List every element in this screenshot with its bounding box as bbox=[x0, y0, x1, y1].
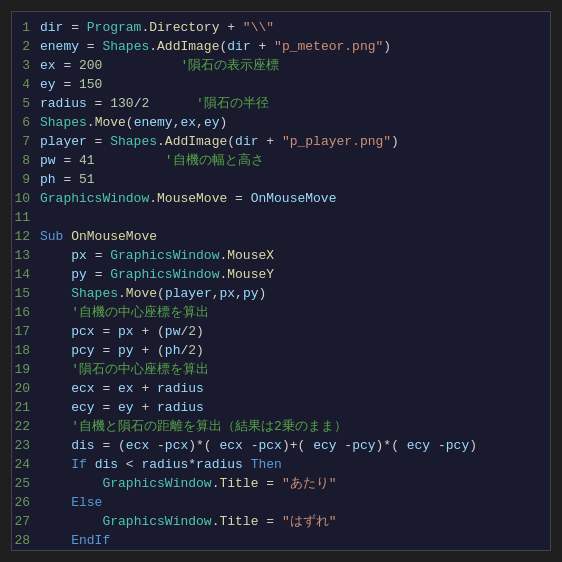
code-line: 7player = Shapes.AddImage(dir + "p_playe… bbox=[12, 132, 550, 151]
token-op bbox=[40, 419, 71, 434]
token-op: = bbox=[56, 58, 79, 73]
token-obj: Shapes bbox=[102, 39, 149, 54]
token-prop: MouseMove bbox=[157, 191, 227, 206]
token-var: px bbox=[118, 324, 134, 339]
token-op: + bbox=[134, 400, 157, 415]
line-content: dis = (ecx -pcx)*( ecx -pcx)+( ecy -pcy)… bbox=[40, 436, 477, 455]
code-line: 19 '隕石の中心座標を算出 bbox=[12, 360, 550, 379]
line-content: radius = 130/2 '隕石の半径 bbox=[40, 94, 269, 113]
line-content: Shapes.Move(enemy,ex,ey) bbox=[40, 113, 227, 132]
token-prop: Title bbox=[219, 514, 258, 529]
line-content: Else bbox=[40, 493, 102, 512]
code-line: 12Sub OnMouseMove bbox=[12, 227, 550, 246]
token-var: radius bbox=[141, 457, 188, 472]
token-comment: '自機と隕石の距離を算出（結果は2乗のまま） bbox=[71, 419, 347, 434]
line-content: '自機と隕石の距離を算出（結果は2乗のまま） bbox=[40, 417, 347, 436]
token-num: 2 bbox=[188, 324, 196, 339]
token-op: = bbox=[63, 20, 86, 35]
token-op: = bbox=[56, 77, 79, 92]
token-var: pcy bbox=[71, 343, 94, 358]
token-var: dir bbox=[40, 20, 63, 35]
token-kw: Else bbox=[71, 495, 102, 510]
token-op: . bbox=[87, 115, 95, 130]
token-op bbox=[40, 362, 71, 377]
line-number: 5 bbox=[12, 94, 40, 113]
token-op: ) bbox=[220, 115, 228, 130]
line-content: GraphicsWindow.Title = "はずれ" bbox=[40, 512, 336, 531]
token-var: player bbox=[40, 134, 87, 149]
line-number: 29 bbox=[12, 550, 40, 551]
token-kw: If bbox=[71, 457, 87, 472]
line-content: If dis < radius*radius Then bbox=[40, 455, 282, 474]
line-number: 16 bbox=[12, 303, 40, 322]
token-obj: GraphicsWindow bbox=[110, 248, 219, 263]
code-line: 11 bbox=[12, 208, 550, 227]
line-number: 22 bbox=[12, 417, 40, 436]
token-obj: GraphicsWindow bbox=[40, 191, 149, 206]
token-str: "p_meteor.png" bbox=[274, 39, 383, 54]
token-prop: MouseY bbox=[227, 267, 274, 282]
token-comment: '隕石の表示座標 bbox=[180, 58, 279, 73]
token-prop: Move bbox=[126, 286, 157, 301]
line-number: 19 bbox=[12, 360, 40, 379]
line-number: 24 bbox=[12, 455, 40, 474]
line-number: 6 bbox=[12, 113, 40, 132]
token-op: . bbox=[157, 134, 165, 149]
token-op: * bbox=[188, 457, 196, 472]
token-var: enemy bbox=[134, 115, 173, 130]
token-op bbox=[87, 457, 95, 472]
token-comment: '自機の中心座標を算出 bbox=[71, 305, 209, 320]
code-line: 29EndSub bbox=[12, 550, 550, 551]
token-op: . bbox=[149, 39, 157, 54]
token-op: = bbox=[258, 514, 281, 529]
token-str: "\\" bbox=[243, 20, 274, 35]
line-number: 3 bbox=[12, 56, 40, 75]
code-editor: 1dir = Program.Directory + "\\"2enemy = … bbox=[11, 11, 551, 551]
token-op bbox=[40, 457, 71, 472]
token-comment: '隕石の半径 bbox=[196, 96, 269, 111]
token-var: player bbox=[165, 286, 212, 301]
code-line: 15 Shapes.Move(player,px,py) bbox=[12, 284, 550, 303]
token-var: pcy bbox=[446, 438, 469, 453]
token-str: "はずれ" bbox=[282, 514, 337, 529]
line-content: dir = Program.Directory + "\\" bbox=[40, 18, 274, 37]
token-var: ph bbox=[165, 343, 181, 358]
token-op bbox=[40, 476, 102, 491]
token-op bbox=[40, 400, 71, 415]
line-number: 8 bbox=[12, 151, 40, 170]
token-var: py bbox=[118, 343, 134, 358]
token-prop: Move bbox=[95, 115, 126, 130]
token-op: ) bbox=[196, 343, 204, 358]
code-line: 21 ecy = ey + radius bbox=[12, 398, 550, 417]
token-var: dis bbox=[95, 457, 118, 472]
token-kw: Sub bbox=[40, 229, 63, 244]
line-content: px = GraphicsWindow.MouseX bbox=[40, 246, 274, 265]
token-op: = bbox=[87, 248, 110, 263]
token-op bbox=[40, 495, 71, 510]
token-var: py bbox=[71, 267, 87, 282]
token-op bbox=[40, 305, 71, 320]
token-op: , bbox=[212, 286, 220, 301]
token-op bbox=[40, 267, 71, 282]
token-op: ) bbox=[391, 134, 399, 149]
line-number: 1 bbox=[12, 18, 40, 37]
code-line: 5radius = 130/2 '隕石の半径 bbox=[12, 94, 550, 113]
token-op bbox=[40, 381, 71, 396]
token-op: ( bbox=[157, 286, 165, 301]
code-line: 27 GraphicsWindow.Title = "はずれ" bbox=[12, 512, 550, 531]
token-op: = bbox=[56, 153, 79, 168]
token-op: ) bbox=[469, 438, 477, 453]
line-content: Sub OnMouseMove bbox=[40, 227, 157, 246]
token-var: ey bbox=[204, 115, 220, 130]
token-var: pcx bbox=[259, 438, 282, 453]
token-num: 41 bbox=[79, 153, 95, 168]
line-content: ecx = ex + radius bbox=[40, 379, 204, 398]
token-op: + bbox=[251, 39, 274, 54]
code-line: 28 EndIf bbox=[12, 531, 550, 550]
token-var: ecx bbox=[71, 381, 94, 396]
token-var: ey bbox=[118, 400, 134, 415]
token-op: , bbox=[196, 115, 204, 130]
line-content: pcy = py + (ph/2) bbox=[40, 341, 204, 360]
token-op bbox=[40, 324, 71, 339]
token-var: dir bbox=[227, 39, 250, 54]
